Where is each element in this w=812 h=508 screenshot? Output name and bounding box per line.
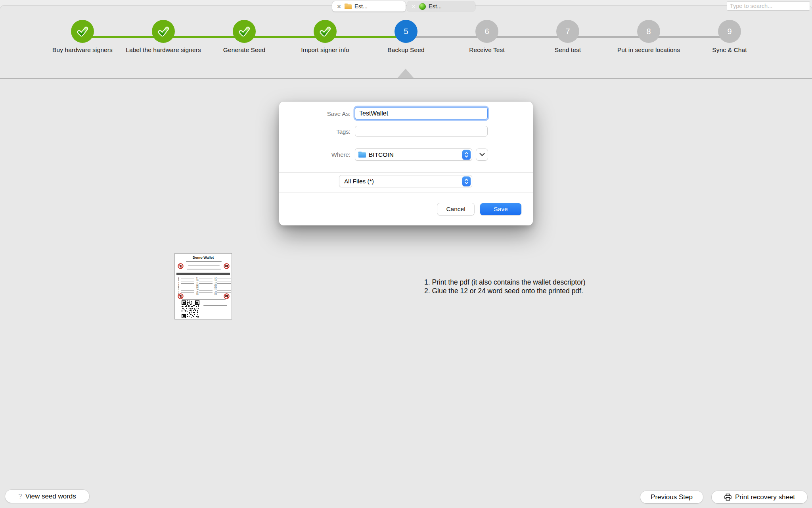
no-camera-icon xyxy=(224,263,230,269)
tags-input[interactable] xyxy=(355,126,488,137)
preview-text-line xyxy=(182,299,226,300)
save-button[interactable]: Save xyxy=(480,203,521,215)
step-circle: 9 xyxy=(718,20,741,43)
check-icon xyxy=(238,25,251,38)
step-label: Receive Test xyxy=(446,46,527,54)
step-circle: 7 xyxy=(556,20,579,43)
cancel-button[interactable]: Cancel xyxy=(437,203,474,215)
qr-code xyxy=(182,300,199,318)
step-generate-seed[interactable]: 3 Generate Seed xyxy=(204,20,285,54)
preview-text-line xyxy=(203,305,227,306)
stepper-divider xyxy=(0,78,812,79)
help-icon: ? xyxy=(18,493,22,500)
word-column: 910111213141516 xyxy=(196,277,213,295)
preview-text-line xyxy=(186,261,222,262)
step-label: Import signer info xyxy=(285,46,366,54)
dialog-separator xyxy=(279,172,533,173)
no-photo-icon xyxy=(178,263,184,269)
where-value: BITCOIN xyxy=(369,151,394,158)
step-label: Buy hardware signers xyxy=(42,46,123,54)
step-circle: 8 xyxy=(637,20,660,43)
step-circle: 3 xyxy=(233,20,256,43)
instruction-line: 1. Print the pdf (it also contains the w… xyxy=(424,278,586,287)
tab-label: Est... xyxy=(429,3,442,10)
save-as-input[interactable] xyxy=(355,107,488,119)
dialog-separator xyxy=(279,192,533,192)
step-buy-hardware-signers[interactable]: 1 Buy hardware signers xyxy=(42,20,123,54)
step-import-signer-info[interactable]: 4 Import signer info xyxy=(285,20,366,54)
word-column: 1718192021222324 xyxy=(214,277,231,295)
status-dot-icon xyxy=(419,3,426,10)
step-backup-seed[interactable]: 5 Backup Seed xyxy=(366,20,446,54)
check-icon xyxy=(76,25,89,38)
no-camera-icon xyxy=(224,293,230,299)
instructions: 1. Print the pdf (it also contains the w… xyxy=(424,278,586,295)
step-receive-test[interactable]: 6 Receive Test xyxy=(446,20,527,54)
where-dropdown[interactable]: BITCOIN xyxy=(355,148,472,161)
save-as-label: Save As: xyxy=(279,110,350,117)
no-photo-icon xyxy=(178,293,184,299)
step-circle: 5 xyxy=(395,20,417,43)
step-label: Put in secure locations xyxy=(608,46,689,54)
preview-text-line xyxy=(188,265,220,266)
step-circle: 4 xyxy=(314,20,337,43)
expand-dialog-button[interactable] xyxy=(476,149,488,160)
preview-text-line xyxy=(187,269,221,269)
step-label: Sync & Chat xyxy=(689,46,770,54)
where-label: Where: xyxy=(279,151,350,158)
chevron-down-icon xyxy=(479,153,485,156)
close-icon[interactable]: × xyxy=(411,3,416,10)
step-label: Backup Seed xyxy=(366,46,446,54)
check-icon xyxy=(319,25,331,38)
preview-title: Demo Wallet xyxy=(175,256,232,260)
step-label: Generate Seed xyxy=(204,46,285,54)
check-icon xyxy=(157,25,170,38)
printer-icon xyxy=(724,493,732,501)
pdf-preview[interactable]: Demo Wallet 12345678 910111213141516 171… xyxy=(174,253,232,319)
step-circle: 6 xyxy=(475,20,498,43)
step-circle: 1 xyxy=(71,20,94,43)
current-step-pointer xyxy=(397,69,414,78)
previous-step-button[interactable]: Previous Step xyxy=(640,491,703,503)
tab-label: Est... xyxy=(354,3,368,10)
print-recovery-sheet-button[interactable]: Print recovery sheet xyxy=(712,491,807,503)
tab-estate-inactive[interactable]: × Est... xyxy=(407,1,475,12)
step-label: Label the hardware signers xyxy=(123,46,204,54)
step-label: Send test xyxy=(527,46,608,54)
step-label-the-hardware-signers[interactable]: 2 Label the hardware signers xyxy=(123,20,204,54)
word-table-header xyxy=(176,273,230,275)
select-stepper-icon xyxy=(462,150,471,160)
word-column: 12345678 xyxy=(178,277,194,295)
close-icon[interactable]: × xyxy=(336,3,342,10)
file-type-dropdown[interactable]: All Files (*) xyxy=(339,175,472,187)
step-circle: 2 xyxy=(152,20,175,43)
step-send-test[interactable]: 7 Send test xyxy=(527,20,608,54)
file-type-value: All Files (*) xyxy=(344,178,374,185)
step-put-in-secure-locations[interactable]: 8 Put in secure locations xyxy=(608,20,689,54)
view-seed-words-button[interactable]: ? View seed words xyxy=(5,490,89,503)
tags-label: Tags: xyxy=(279,128,350,135)
search-input[interactable] xyxy=(727,1,810,11)
save-dialog: Save As: Tags: Where: BITCOIN All xyxy=(279,102,533,225)
step-sync-and-chat[interactable]: 9 Sync & Chat xyxy=(689,20,770,54)
main-content: 1 Buy hardware signers 2 Label the hardw… xyxy=(0,6,812,508)
app-window: × Est... × Est... 1 Buy hardware signers… xyxy=(0,0,812,508)
instruction-line: 2. Glue the 12 or 24 word seed onto the … xyxy=(424,287,586,296)
select-stepper-icon xyxy=(462,176,471,186)
folder-icon xyxy=(345,4,352,9)
folder-icon xyxy=(358,152,366,158)
tab-estate-active[interactable]: × Est... xyxy=(332,1,406,12)
